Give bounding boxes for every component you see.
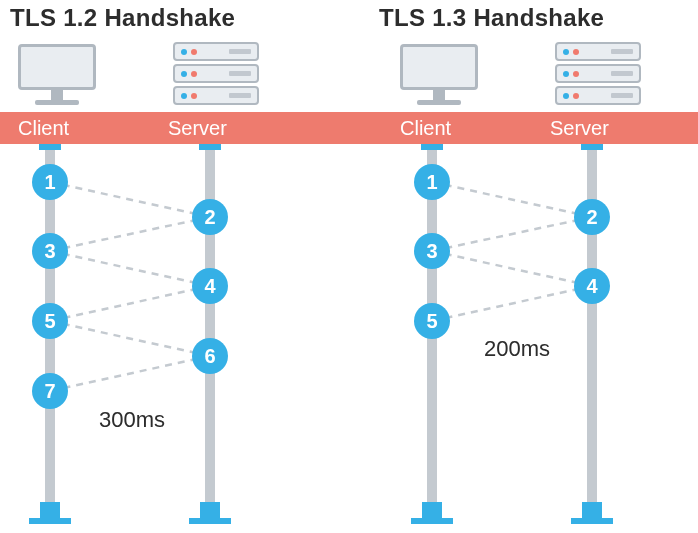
svg-line-7 [432, 217, 592, 251]
label-server-12: Server [168, 117, 227, 140]
tls12-timing: 300ms [99, 407, 165, 433]
tls13-step-5: 5 [414, 303, 450, 339]
svg-line-9 [432, 286, 592, 321]
label-server-13: Server [550, 117, 609, 140]
svg-line-2 [50, 251, 210, 286]
role-band: Client Server Client Server [0, 112, 698, 144]
client-monitor-icon [400, 44, 478, 104]
tls12-title: TLS 1.2 Handshake [10, 4, 235, 32]
svg-line-3 [50, 286, 210, 321]
server-rack-icon [555, 42, 641, 108]
tls12-step-5: 5 [32, 303, 68, 339]
tls13-step-3: 3 [414, 233, 450, 269]
svg-line-0 [50, 182, 210, 217]
tls12-step-2: 2 [192, 199, 228, 235]
tls13-step-1: 1 [414, 164, 450, 200]
tls13-title: TLS 1.3 Handshake [379, 4, 604, 32]
svg-line-4 [50, 321, 210, 356]
label-client-13: Client [400, 117, 451, 140]
tls13-step-2: 2 [574, 199, 610, 235]
tls13-timing: 200ms [484, 336, 550, 362]
tls13-step-4: 4 [574, 268, 610, 304]
tls12-step-6: 6 [192, 338, 228, 374]
svg-line-8 [432, 251, 592, 286]
tls12-server-lifeline [205, 144, 215, 504]
svg-line-5 [50, 356, 210, 391]
server-rack-icon [173, 42, 259, 108]
tls12-step-4: 4 [192, 268, 228, 304]
client-monitor-icon [18, 44, 96, 104]
label-client-12: Client [18, 117, 69, 140]
tls12-step-3: 3 [32, 233, 68, 269]
tls12-step-7: 7 [32, 373, 68, 409]
svg-line-6 [432, 182, 592, 217]
svg-line-1 [50, 217, 210, 251]
tls12-step-1: 1 [32, 164, 68, 200]
tls13-server-lifeline [587, 144, 597, 504]
